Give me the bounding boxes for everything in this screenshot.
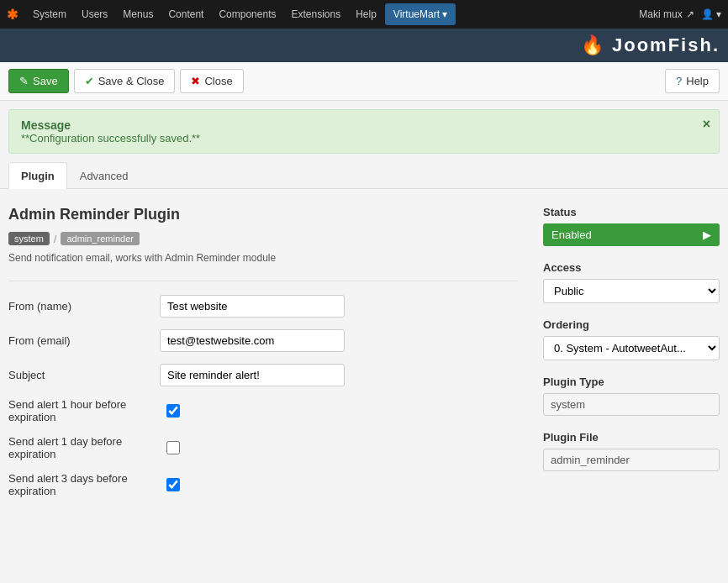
plugin-file-section: Plugin File admin_reminder (543, 431, 720, 471)
nav-system[interactable]: System (26, 3, 73, 25)
check-icon: ✔ (85, 75, 94, 87)
from-name-label: From (name) (8, 300, 160, 313)
checkbox1-input[interactable] (166, 404, 180, 418)
nav-user[interactable]: Maki mux ↗ (639, 8, 694, 20)
nav-user-menu[interactable]: 👤 ▾ (701, 8, 721, 20)
save-close-label: Save & Close (98, 75, 165, 87)
plugin-title: Admin Reminder Plugin (8, 206, 518, 223)
checkbox2-row: Send alert 1 day before expiration (8, 435, 518, 460)
close-label: Close (204, 75, 232, 87)
question-icon: ? (676, 75, 682, 87)
save-close-button[interactable]: ✔ Save & Close (74, 69, 176, 93)
from-email-label: From (email) (8, 334, 160, 347)
from-email-row: From (email) (8, 329, 518, 352)
nav-right: Maki mux ↗ 👤 ▾ (639, 8, 721, 20)
tab-plugin[interactable]: Plugin (8, 162, 67, 189)
tab-advanced[interactable]: Advanced (67, 162, 141, 189)
message-title: Message (21, 118, 707, 132)
ordering-title: Ordering (543, 318, 720, 331)
breadcrumb: system / admin_reminder (8, 232, 518, 245)
status-value[interactable]: Enabled ▶ (543, 223, 720, 246)
help-button[interactable]: ? Help (665, 69, 720, 93)
breadcrumb-separator: / (54, 233, 57, 245)
access-title: Access (543, 261, 720, 274)
nav-virtuemart[interactable]: VirtueMart ▾ (385, 3, 456, 25)
nav-menus[interactable]: Menus (116, 3, 160, 25)
ordering-select[interactable]: 0. System - AutotweetAut... (543, 336, 720, 360)
tabs: Plugin Advanced (0, 162, 728, 189)
plugin-type-section: Plugin Type system (543, 376, 720, 416)
toolbar: ✎ Save ✔ Save & Close ✖ Close ? Help (0, 62, 728, 101)
checkbox2-label: Send alert 1 day before expiration (8, 435, 160, 460)
plugin-type-value: system (543, 393, 720, 416)
checkbox3-row: Send alert 3 days before expiration (8, 472, 518, 497)
user-name: Maki mux (639, 8, 682, 20)
checkbox2-input[interactable] (166, 441, 180, 454)
nav-content[interactable]: Content (161, 3, 210, 25)
nav-components[interactable]: Components (212, 3, 282, 25)
checkbox3-input[interactable] (166, 478, 180, 491)
from-email-input[interactable] (160, 329, 345, 352)
subject-row: Subject (8, 364, 518, 386)
from-name-row: From (name) (8, 295, 518, 318)
nav-extensions[interactable]: Extensions (284, 3, 347, 25)
chevron-right-icon: ▶ (703, 228, 711, 241)
top-nav: ✱ System Users Menus Content Components … (0, 0, 728, 29)
joomla-logo: ✱ (7, 7, 18, 23)
main-content: Admin Reminder Plugin system / admin_rem… (0, 189, 728, 526)
save-button[interactable]: ✎ Save (8, 69, 69, 93)
subject-label: Subject (8, 369, 160, 381)
help-label: Help (686, 75, 709, 87)
checkbox1-row: Send alert 1 hour before expiration (8, 398, 518, 423)
close-button[interactable]: ✖ Close (180, 69, 243, 93)
times-icon: ✖ (191, 75, 200, 87)
nav-help[interactable]: Help (349, 3, 383, 25)
status-section: Status Enabled ▶ (543, 206, 720, 246)
plugin-type-title: Plugin Type (543, 376, 720, 388)
plugin-file-title: Plugin File (543, 431, 720, 444)
plugin-description: Send notification email, works with Admi… (8, 252, 518, 264)
checkbox3-label: Send alert 3 days before expiration (8, 472, 160, 497)
plugin-file-value: admin_reminder (543, 449, 720, 471)
form-divider (8, 281, 518, 281)
external-link-icon: ↗ (686, 8, 694, 20)
save-icon: ✎ (19, 75, 29, 87)
subject-input[interactable] (160, 364, 345, 386)
nav-virtuemart-label: VirtueMart (393, 8, 440, 20)
save-label: Save (33, 75, 58, 87)
breadcrumb-admin-reminder: admin_reminder (61, 232, 139, 245)
sub-header: 🔥 JoomFish. (0, 29, 728, 62)
right-panel: Status Enabled ▶ Access Public Registere… (535, 206, 720, 509)
from-name-input[interactable] (160, 295, 345, 318)
breadcrumb-system: system (8, 232, 50, 245)
access-section: Access Public Registered Special (543, 261, 720, 303)
left-panel: Admin Reminder Plugin system / admin_rem… (8, 206, 535, 509)
ordering-section: Ordering 0. System - AutotweetAut... (543, 318, 720, 360)
message-box: × Message **Configuration successfully s… (8, 109, 720, 154)
status-title: Status (543, 206, 720, 218)
message-close-button[interactable]: × (703, 117, 710, 132)
message-body: **Configuration successfully saved.** (21, 132, 707, 144)
access-select[interactable]: Public Registered Special (543, 279, 720, 303)
nav-users[interactable]: Users (75, 3, 114, 25)
checkbox1-label: Send alert 1 hour before expiration (8, 398, 160, 423)
site-logo: 🔥 JoomFish. (581, 34, 720, 56)
